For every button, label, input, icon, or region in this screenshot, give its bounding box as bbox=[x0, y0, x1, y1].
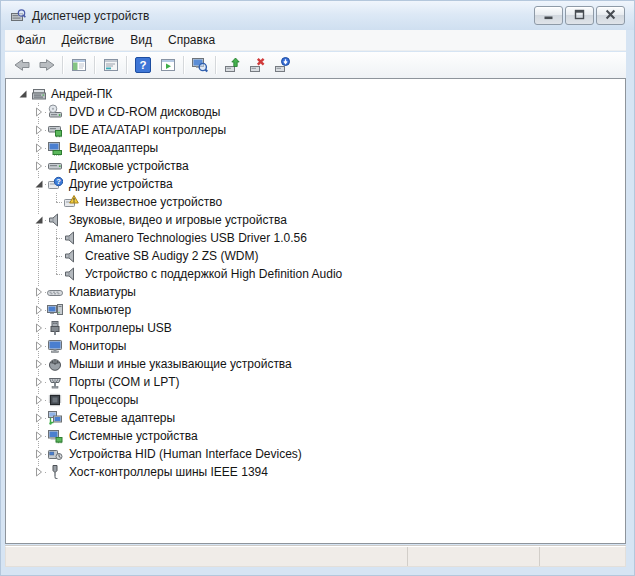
update-driver-icon bbox=[224, 57, 240, 73]
tree-item-label: Хост-контроллеры шины IEEE 1394 bbox=[67, 463, 270, 481]
toolbar-update-driver-button[interactable] bbox=[219, 54, 244, 76]
action-pane-icon bbox=[160, 57, 176, 73]
computer-icon bbox=[47, 302, 63, 318]
toolbar-scan-hardware-changes-button[interactable] bbox=[187, 54, 212, 76]
audio-device-icon bbox=[63, 248, 79, 264]
cd-drive-icon bbox=[47, 104, 63, 120]
tree-item[interactable]: ?Другие устройства bbox=[6, 175, 625, 193]
expand-toggle-collapsed[interactable] bbox=[34, 287, 44, 297]
disk-drive-icon bbox=[47, 158, 63, 174]
minimize-button[interactable] bbox=[534, 6, 563, 25]
expand-toggle-expanded[interactable] bbox=[34, 215, 44, 225]
expand-toggle-collapsed[interactable] bbox=[34, 305, 44, 315]
close-icon bbox=[603, 8, 618, 24]
expand-toggle-collapsed[interactable] bbox=[34, 377, 44, 387]
tree-item-label: Дисковые устройства bbox=[67, 157, 191, 175]
ieee1394-icon bbox=[47, 464, 63, 480]
toolbar-help-button[interactable]: ? bbox=[130, 54, 155, 76]
tree-item[interactable]: IDE ATA/ATAPI контроллеры bbox=[6, 121, 625, 139]
device-manager-icon bbox=[10, 8, 26, 24]
expand-toggle-collapsed[interactable] bbox=[34, 467, 44, 477]
tree-item-label: Процессоры bbox=[67, 391, 141, 409]
toolbar-show-action-pane-button[interactable] bbox=[155, 54, 180, 76]
tree-item[interactable]: Сетевые адаптеры bbox=[6, 409, 625, 427]
toolbar-forward-button[interactable] bbox=[34, 54, 59, 76]
tree-item[interactable]: Клавиатуры bbox=[6, 283, 625, 301]
expand-toggle-collapsed[interactable] bbox=[34, 125, 44, 135]
tree-item-label: IDE ATA/ATAPI контроллеры bbox=[67, 121, 228, 139]
expand-toggle-collapsed[interactable] bbox=[34, 161, 44, 171]
tree-item[interactable]: Процессоры bbox=[6, 391, 625, 409]
mouse-icon bbox=[47, 356, 63, 372]
toolbar-separator bbox=[183, 56, 184, 74]
keyboard-icon bbox=[47, 284, 63, 300]
menu-item[interactable]: Действие bbox=[54, 30, 123, 50]
tree-item[interactable]: Дисковые устройства bbox=[6, 157, 625, 175]
status-pane bbox=[6, 547, 408, 566]
tree-item-label: Клавиатуры bbox=[67, 283, 138, 301]
expand-toggle-expanded[interactable] bbox=[18, 89, 28, 99]
toolbar-show-console-tree-button[interactable] bbox=[66, 54, 91, 76]
menu-item[interactable]: Файл bbox=[8, 30, 54, 50]
forward-icon bbox=[38, 57, 56, 73]
close-button[interactable] bbox=[596, 6, 625, 25]
tree-item[interactable]: DVD и CD-ROM дисководы bbox=[6, 103, 625, 121]
toolbar-uninstall-device-button[interactable] bbox=[244, 54, 269, 76]
uninstall-icon bbox=[249, 57, 265, 73]
device-tree[interactable]: Андрей-ПКDVD и CD-ROM дисководыIDE ATA/A… bbox=[5, 78, 626, 544]
toolbar-properties-button[interactable] bbox=[98, 54, 123, 76]
usb-icon bbox=[47, 320, 63, 336]
tree-item[interactable]: Мониторы bbox=[6, 337, 625, 355]
tree-item[interactable]: Андрей-ПК bbox=[6, 85, 625, 103]
tree-item[interactable]: Неизвестное устройство bbox=[6, 193, 625, 211]
expand-toggle-collapsed[interactable] bbox=[34, 359, 44, 369]
toolbar-disable-device-button[interactable] bbox=[269, 54, 294, 76]
tree-item-label: DVD и CD-ROM дисководы bbox=[67, 103, 222, 121]
audio-device-icon bbox=[63, 230, 79, 246]
tree-item-label: Мониторы bbox=[67, 337, 128, 355]
expand-toggle-collapsed[interactable] bbox=[34, 341, 44, 351]
tree-item[interactable]: Мыши и иные указывающие устройства bbox=[6, 355, 625, 373]
monitor-icon bbox=[47, 338, 63, 354]
video-adapter-icon bbox=[47, 140, 63, 156]
tree-item[interactable]: Устройства HID (Human Interface Devices) bbox=[6, 445, 625, 463]
expand-toggle-collapsed[interactable] bbox=[34, 431, 44, 441]
tree-item[interactable]: Хост-контроллеры шины IEEE 1394 bbox=[6, 463, 625, 481]
unknown-category-icon: ? bbox=[47, 176, 63, 192]
expand-toggle-collapsed[interactable] bbox=[34, 107, 44, 117]
toolbar: ? bbox=[5, 52, 626, 78]
menu-item[interactable]: Вид bbox=[122, 30, 160, 50]
cpu-icon bbox=[47, 392, 63, 408]
status-pane bbox=[540, 547, 625, 566]
tree-item-label: Устройства HID (Human Interface Devices) bbox=[67, 445, 304, 463]
tree-item[interactable]: Контроллеры USB bbox=[6, 319, 625, 337]
status-pane bbox=[408, 547, 540, 566]
minimize-icon bbox=[541, 8, 556, 24]
maximize-button[interactable] bbox=[565, 6, 594, 25]
toolbar-separator bbox=[215, 56, 216, 74]
menu-item[interactable]: Справка bbox=[160, 30, 223, 50]
tree-item[interactable]: Устройство с поддержкой High Definition … bbox=[6, 265, 625, 283]
tree-item[interactable]: Системные устройства bbox=[6, 427, 625, 445]
expand-toggle-collapsed[interactable] bbox=[34, 449, 44, 459]
tree-item[interactable]: Creative SB Audigy 2 ZS (WDM) bbox=[6, 247, 625, 265]
expand-toggle-collapsed[interactable] bbox=[34, 323, 44, 333]
expand-toggle-collapsed[interactable] bbox=[34, 413, 44, 423]
tree-item-label: Системные устройства bbox=[67, 427, 200, 445]
tree-item[interactable]: Компьютер bbox=[6, 301, 625, 319]
console-tree-icon bbox=[71, 57, 87, 73]
expand-toggle-expanded[interactable] bbox=[34, 179, 44, 189]
audio-device-icon bbox=[47, 212, 63, 228]
toolbar-back-button[interactable] bbox=[9, 54, 34, 76]
window-title: Диспетчер устройств bbox=[32, 9, 149, 23]
maximize-icon bbox=[572, 8, 587, 24]
tree-item[interactable]: Звуковые, видео и игровые устройства bbox=[6, 211, 625, 229]
tree-item[interactable]: Видеоадаптеры bbox=[6, 139, 625, 157]
expand-toggle-collapsed[interactable] bbox=[34, 143, 44, 153]
port-icon bbox=[47, 374, 63, 390]
tree-item[interactable]: Amanero Technologies USB Driver 1.0.56 bbox=[6, 229, 625, 247]
tree-item[interactable]: Порты (COM и LPT) bbox=[6, 373, 625, 391]
expand-toggle-collapsed[interactable] bbox=[34, 395, 44, 405]
tree-item-label: Creative SB Audigy 2 ZS (WDM) bbox=[83, 247, 260, 265]
help-icon: ? bbox=[135, 57, 151, 73]
